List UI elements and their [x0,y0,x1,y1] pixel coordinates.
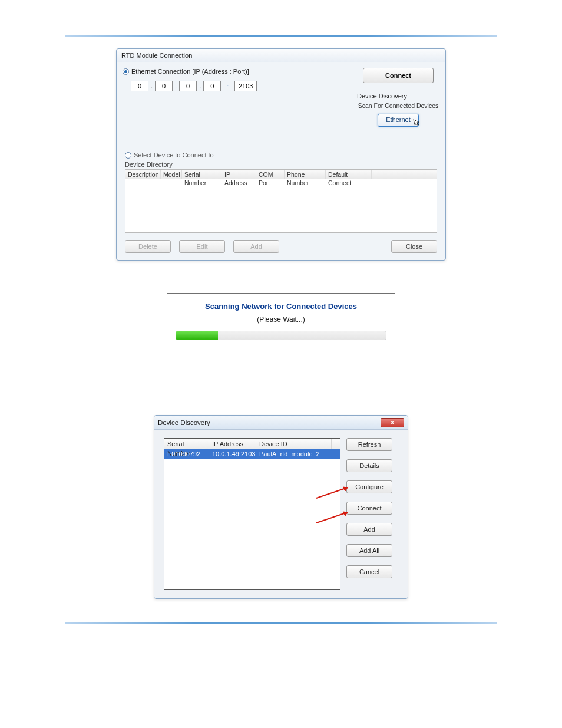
device-discovery-window: Device Discovery x Serial Number IP Addr… [154,415,408,599]
rtd-module-connection-window: RTD Module Connection Ethernet Connectio… [116,48,446,261]
col-description: Description [125,170,161,179]
discovery-body: Serial Number IP Address Device ID E0109… [154,430,408,598]
configure-button[interactable]: Configure [346,480,392,493]
scanning-dialog: Scanning Network for Connected Devices (… [167,293,395,350]
scanning-title: Scanning Network for Connected Devices [176,302,386,311]
col-default: Default Connect [326,170,372,179]
ethernet-radio-label: Ethernet Connection [IP (Address : Port)… [131,68,249,75]
edit-button[interactable]: Edit [179,240,225,253]
ip-octet-4[interactable]: 0 [203,81,221,91]
col-com: COM Port [256,170,285,179]
col-ip: IP Address [209,439,256,449]
discovery-buttons: Refresh Details Configure Connect Add Ad… [346,438,392,590]
connection-right-pane: Connect Device Discovery Scan For Connec… [357,68,439,144]
radio-icon [125,152,131,159]
top-rule [65,35,497,37]
radio-icon [123,68,129,75]
ethernet-radio-row[interactable]: Ethernet Connection [IP (Address : Port)… [123,68,349,75]
col-serial: Serial Number [164,439,209,449]
details-button[interactable]: Details [346,459,392,472]
ip-octet-2[interactable]: 0 [155,81,173,91]
col-phone: Phone Number [285,170,326,179]
add-button[interactable]: Add [346,523,392,536]
discovery-window-title: Device Discovery [158,419,210,426]
progress-fill [176,331,218,340]
col-spacer [372,170,437,179]
device-discovery-group: Device Discovery Scan For Connected Devi… [357,93,439,127]
bottom-buttons: Delete Edit Add Close [117,240,445,260]
window-title: RTD Module Connection [117,49,445,62]
document-page: RTD Module Connection Ethernet Connectio… [0,0,562,647]
col-spacer [332,439,340,449]
add-all-button[interactable]: Add All [346,544,392,557]
refresh-button[interactable]: Refresh [346,438,392,451]
ip-octet-3[interactable]: 0 [179,81,197,91]
connect-button[interactable]: Connect [346,502,392,515]
connection-left-pane: Ethernet Connection [IP (Address : Port)… [123,68,349,144]
connection-body: Ethernet Connection [IP (Address : Port)… [117,62,445,149]
scanning-wait: (Please Wait...) [176,315,386,324]
table-row[interactable]: E01090792 10.0.1.49:2103 PaulA_rtd_modul… [164,449,340,459]
device-directory-table[interactable]: Description Model Serial Number IP Addre… [125,169,437,233]
table-header: Description Model Serial Number IP Addre… [125,170,437,179]
device-directory-label: Device Directory [125,161,445,168]
cell-serial: E01090792 [164,449,209,459]
ip-octet-1[interactable]: 0 [131,81,148,91]
port-field[interactable]: 2103 [234,81,257,91]
discovery-title: Device Discovery [357,93,439,100]
cell-ip: 10.0.1.49:2103 [209,449,256,459]
progress-bar [176,331,386,340]
ip-port-row: 0 . 0 . 0 . 0 : 2103 [123,81,349,91]
cell-device-id: PaulA_rtd_module_2 [256,449,340,459]
select-device-radio-row[interactable]: Select Device to Connect to [125,151,445,159]
ip-dot-icon: . [151,83,153,90]
add-button[interactable]: Add [233,240,279,253]
discovery-table[interactable]: Serial Number IP Address Device ID E0109… [164,438,340,590]
window-close-button[interactable]: x [381,418,404,427]
close-button[interactable]: Close [391,240,437,253]
ethernet-scan-button[interactable]: Ethernet [378,114,419,127]
ip-dot-icon: . [175,83,177,90]
select-device-radio-label: Select Device to Connect to [134,151,214,159]
col-device-id: Device ID [256,439,332,449]
discovery-header: Serial Number IP Address Device ID [164,439,340,449]
discovery-titlebar: Device Discovery x [154,416,408,430]
col-model: Model [161,170,182,179]
port-separator: : [227,83,229,90]
ip-dot-icon: . [199,83,201,90]
delete-button[interactable]: Delete [125,240,171,253]
discovery-subtitle: Scan For Connected Devices [357,102,439,109]
col-serial: Serial Number [182,170,222,179]
cancel-button[interactable]: Cancel [346,565,392,578]
cursor-icon [413,117,424,131]
ethernet-button-label: Ethernet [386,116,411,123]
bottom-rule [65,622,497,624]
connect-button[interactable]: Connect [363,68,434,83]
col-ip: IP Address [222,170,256,179]
